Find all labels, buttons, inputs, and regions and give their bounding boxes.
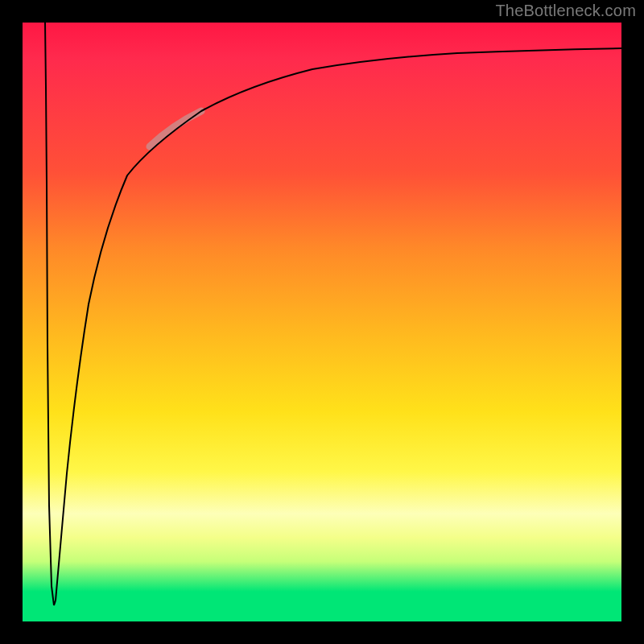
curve-layer — [23, 23, 621, 621]
attribution-label: TheBottleneck.com — [495, 2, 636, 20]
asymptotic-curve — [56, 48, 621, 601]
chart-frame — [23, 23, 621, 621]
left-spike — [45, 23, 56, 605]
plot-area — [23, 23, 621, 621]
